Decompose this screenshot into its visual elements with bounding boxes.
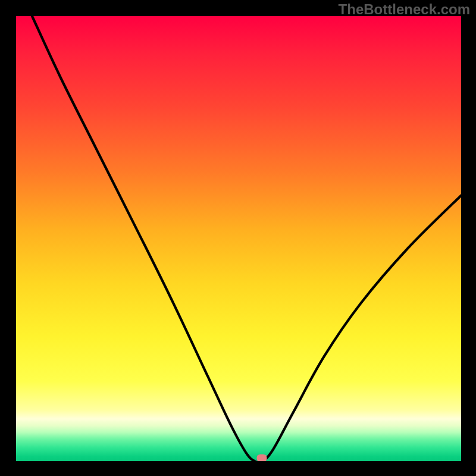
chart-frame: TheBottleneck.com — [0, 0, 476, 476]
plot-area — [16, 16, 461, 461]
bottleneck-curve — [16, 16, 461, 461]
watermark-text: TheBottleneck.com — [339, 1, 470, 18]
current-point-marker — [256, 454, 267, 461]
